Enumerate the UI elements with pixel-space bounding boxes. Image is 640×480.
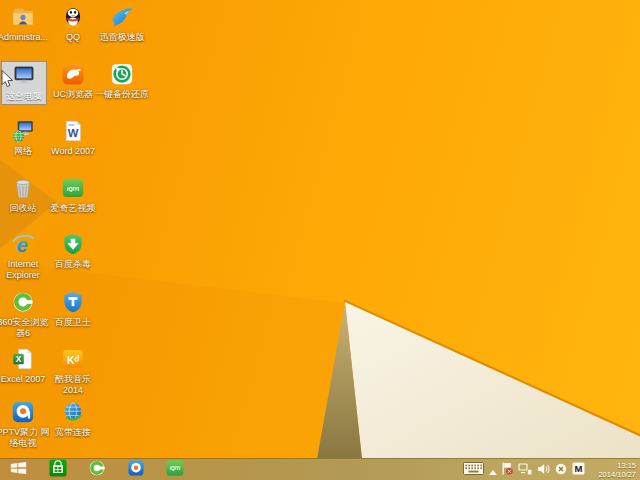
network-globe-icon (11, 119, 35, 143)
desktop-icon-label: 回收站 (10, 203, 37, 214)
network-icon (518, 461, 532, 478)
desktop-icon-word-2007[interactable]: W Word 2007 (45, 119, 101, 157)
taskbar-360-browser-button[interactable] (87, 461, 106, 479)
desktop-icon-label: 酷我音乐 2014 (55, 374, 91, 395)
iqiyi-icon: iQIYI (61, 176, 85, 200)
desktop-icon-label: QQ (66, 32, 80, 43)
desktop-icon-this-pc[interactable]: 这台电脑 (1, 61, 47, 105)
desktop-icon-recycle-bin[interactable]: 回收站 (0, 176, 51, 214)
desktop-icon-broadband[interactable]: 宽带连接 (45, 400, 101, 438)
desktop-icon-user-folder[interactable]: Administra... (0, 5, 51, 43)
ie-icon: e (11, 232, 35, 256)
desktop-icon-label: 迅雷极速版 (100, 32, 145, 43)
blue-shield-icon (61, 290, 85, 314)
desktop-icon-xunlei[interactable]: 迅雷极速版 (94, 5, 150, 43)
desktop-icon-baidu-antivirus[interactable]: 百度杀毒 (45, 232, 101, 270)
flag-alert-icon (502, 461, 513, 478)
taskbar-iqiyi-button[interactable]: iQIYI (165, 461, 184, 479)
desktop-icon-kuwo-music[interactable]: K 酷我音乐 2014 (45, 347, 101, 395)
clock-time: 13:15 (590, 461, 636, 470)
word-document-icon: W (61, 119, 85, 143)
volume-button[interactable] (537, 461, 550, 479)
taskbar-windows-store-button[interactable] (48, 461, 67, 479)
computer-monitor-icon (12, 64, 36, 88)
desktop-icon-qq[interactable]: QQ (45, 5, 101, 43)
excel-icon: X (11, 347, 35, 371)
desktop-icon-360-browser[interactable]: 360安全浏览 器6 (0, 290, 51, 338)
circle-x-icon (555, 461, 567, 478)
svg-text:K: K (67, 354, 75, 366)
svg-text:W: W (68, 127, 79, 139)
desktop-icon-uc-browser[interactable]: UC浏览器 (45, 62, 101, 100)
svg-text:M: M (575, 463, 583, 474)
windows-logo-icon (10, 461, 27, 479)
pptv-icon (11, 400, 35, 424)
svg-text:iQIYI: iQIYI (67, 186, 80, 192)
desktop-icon-label: UC浏览器 (53, 89, 93, 100)
clock-date: 2014/10/27 (590, 470, 636, 479)
desktop-icon-internet-explorer[interactable]: e Internet Explorer (0, 232, 51, 280)
desktop-icon-excel-2007[interactable]: X Excel 2007 (0, 347, 51, 385)
green-shield-icon (61, 232, 85, 256)
desktop-icon-label: 百度杀毒 (55, 259, 91, 270)
desktop-icon-label: 爱奇艺视频 (51, 203, 96, 214)
360-ring-icon (11, 290, 35, 314)
desktop-icon-label: 百度卫士 (55, 317, 91, 328)
360-ring-icon (88, 459, 106, 480)
desktop-icon-label: 这台电脑 (6, 91, 42, 102)
broadband-globe-icon (61, 400, 85, 424)
svg-text:X: X (16, 355, 22, 364)
network-tray-button[interactable] (518, 461, 532, 479)
facet-white-triangle (345, 302, 640, 459)
desktop-icon-label: 网络 (14, 146, 32, 157)
taskbar-pptv-button[interactable] (126, 461, 145, 479)
desktop-icon-network[interactable]: 网络 (0, 119, 51, 157)
show-hidden-icons-button[interactable] (489, 461, 497, 479)
speaker-icon (537, 461, 550, 478)
xunlei-bird-icon (110, 5, 134, 29)
kuwo-icon: K (61, 347, 85, 371)
taskbar: iQIYI (0, 458, 640, 480)
pptv-icon (127, 459, 145, 480)
desktop-icon-label: Administra... (0, 32, 48, 43)
keyboard-icon (463, 461, 484, 478)
desktop-icon-baidu-weishi[interactable]: 百度卫士 (45, 290, 101, 328)
user-folder-icon (11, 5, 35, 29)
start-button[interactable] (9, 461, 28, 479)
chevron-up-icon (489, 461, 497, 478)
svg-text:iQIYI: iQIYI (169, 466, 179, 471)
desktop-icon-label: 一键备份还原 (95, 89, 149, 100)
restore-clock-icon (110, 62, 134, 86)
ime-indicator-button[interactable]: M (572, 461, 585, 479)
touch-keyboard-button[interactable] (463, 461, 484, 479)
ime-m-icon: M (572, 461, 585, 478)
uc-squirrel-icon (61, 62, 85, 86)
clock[interactable]: 13:15 2014/10/27 (590, 461, 636, 479)
windows-store-icon (49, 459, 67, 480)
desktop-icon-label: Internet Explorer (6, 259, 40, 280)
desktop-icon-pptv[interactable]: PPTV聚力 网 络电视 (0, 400, 51, 448)
desktop-icon-label: PPTV聚力 网 络电视 (0, 427, 50, 448)
qq-penguin-icon (61, 5, 85, 29)
desktop-icon-label: Excel 2007 (1, 374, 46, 385)
desktop-icon-label: Word 2007 (51, 146, 95, 157)
eject-media-button[interactable] (555, 461, 567, 479)
iqiyi-icon: iQIYI (166, 459, 184, 480)
desktop-icon-label: 360安全浏览 器6 (0, 317, 49, 338)
action-center-button[interactable] (502, 461, 513, 479)
desktop-icon-label: 宽带连接 (55, 427, 91, 438)
desktop-icon-backup-restore[interactable]: 一键备份还原 (94, 62, 150, 100)
desktop-icon-iqiyi[interactable]: iQIYI 爱奇艺视频 (45, 176, 101, 214)
recycle-bin-icon (11, 176, 35, 200)
